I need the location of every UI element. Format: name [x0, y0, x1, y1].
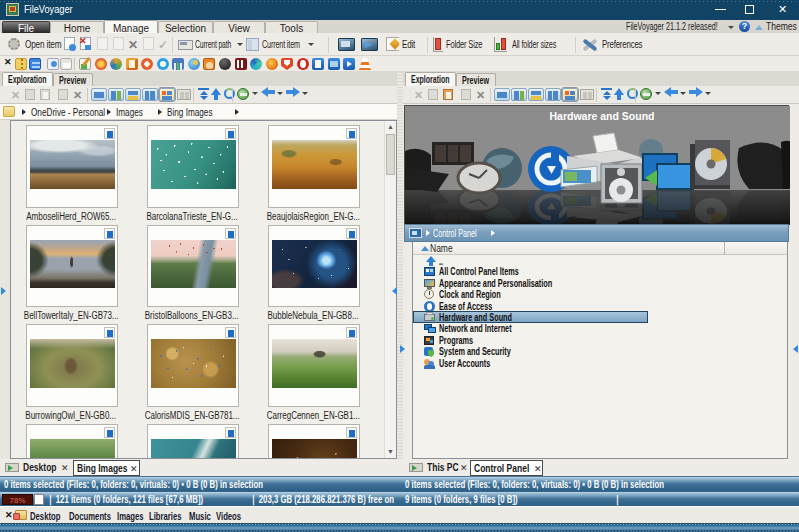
svg-text:Hardware and Sound: Hardware and Sound: [549, 110, 654, 122]
